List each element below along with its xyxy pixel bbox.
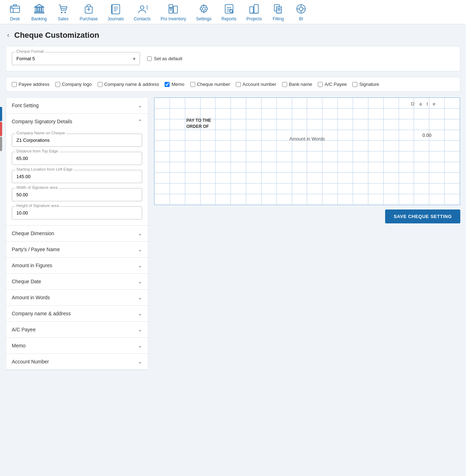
- sig-width-field-group: Width of Signature area: [12, 188, 142, 201]
- svg-rect-9: [35, 12, 44, 13]
- nav-item-settings[interactable]: Settings: [191, 0, 216, 24]
- checkbox-payee-address[interactable]: Payee address: [12, 82, 50, 87]
- contacts-icon: [136, 2, 149, 15]
- accordion-memo-header[interactable]: Memo ⌄: [6, 338, 148, 353]
- save-cheque-button[interactable]: SAVE CHEQUE SETTING: [385, 209, 460, 223]
- accordion-ac-payee: A/C Payee ⌄: [6, 322, 148, 338]
- nav-label-projects: Projects: [247, 16, 262, 21]
- accordion-amount-figures-header[interactable]: Amount in Figures ⌄: [6, 258, 148, 273]
- nav-item-sales[interactable]: Sales: [52, 0, 74, 24]
- svg-rect-25: [174, 6, 177, 13]
- banking-icon: [33, 2, 46, 15]
- svg-rect-5: [35, 7, 37, 12]
- company-name-address-label: Company name & address: [12, 311, 71, 316]
- accordion-company-name-address: Company name & address ⌄: [6, 306, 148, 322]
- memo-label: Memo: [12, 343, 26, 348]
- main-content: ‹ Cheque Customization Cheque Format For…: [0, 24, 466, 476]
- chevron-down-icon: ⌄: [138, 359, 142, 364]
- nav-item-journals[interactable]: Journals: [103, 0, 129, 24]
- two-col-layout: Font Setting ⌄ Company Signatory Details…: [6, 97, 460, 370]
- nav-item-banking[interactable]: Banking: [26, 0, 52, 24]
- company-name-input[interactable]: [12, 134, 142, 147]
- ac-payee-label: A/C Payee: [12, 327, 36, 332]
- set-default-checkbox[interactable]: [147, 56, 152, 61]
- checkboxes-row: Payee address Company logo Company name …: [6, 77, 460, 92]
- payee-address-checkbox[interactable]: [12, 82, 17, 87]
- top-edge-field-group: Distance from Top Edge: [12, 152, 142, 165]
- nav-item-bi[interactable]: BI: [290, 0, 312, 24]
- accordion-ac-payee-header[interactable]: A/C Payee ⌄: [6, 322, 148, 337]
- format-row: Cheque Format Format 1 Format 2 Format 3…: [12, 52, 454, 65]
- company-name-label: Company Name on Cheque: [15, 131, 66, 135]
- chevron-up-icon: ⌃: [138, 119, 142, 124]
- nav-item-filling[interactable]: Filling: [267, 0, 290, 24]
- accordion-memo: Memo ⌄: [6, 338, 148, 354]
- sig-width-input[interactable]: [12, 188, 142, 201]
- accordion-amount-words-header[interactable]: Amount in Words ⌄: [6, 290, 148, 305]
- checkbox-signature[interactable]: Signature: [352, 82, 379, 87]
- checkbox-ac-payee[interactable]: A/C Payee: [318, 82, 347, 87]
- svg-rect-15: [112, 5, 120, 14]
- signature-checkbox[interactable]: [352, 82, 357, 87]
- chevron-down-icon: ⌄: [138, 327, 142, 332]
- nav-item-inventory[interactable]: Pro Inventory: [156, 0, 191, 24]
- filling-icon: [272, 2, 285, 15]
- account-number-checkbox[interactable]: [236, 82, 241, 87]
- company-logo-checkbox[interactable]: [55, 82, 60, 87]
- nav-item-desk[interactable]: Desk: [4, 0, 26, 24]
- cheque-preview: D a t e PAY TO THEORDER OF Amount in Wor…: [154, 97, 460, 205]
- svg-rect-8: [42, 7, 43, 12]
- svg-rect-24: [169, 8, 173, 13]
- left-panel-scroll[interactable]: Font Setting ⌄ Company Signatory Details…: [6, 98, 148, 370]
- cheque-date-label: Cheque Date: [12, 279, 41, 284]
- svg-point-44: [299, 7, 303, 11]
- accordion-company-name-address-header[interactable]: Company name & address ⌄: [6, 306, 148, 321]
- format-select-wrap: Cheque Format Format 1 Format 2 Format 3…: [12, 52, 140, 65]
- account-number-label: Account Number: [12, 359, 49, 364]
- accordion-company-signatory-content: Company Name on Cheque Distance from Top…: [6, 129, 148, 225]
- checkbox-account-number[interactable]: Account number: [236, 82, 276, 87]
- accordion-cheque-date-header[interactable]: Cheque Date ⌄: [6, 274, 148, 289]
- company-name-address-checkbox[interactable]: [98, 82, 103, 87]
- accordion-company-signatory-header[interactable]: Company Signatory Details ⌃: [6, 114, 148, 129]
- accordion-company-signatory: Company Signatory Details ⌃ Company Name…: [6, 114, 148, 226]
- left-edge-input[interactable]: [12, 170, 142, 183]
- accordion-font-setting-header[interactable]: Font Setting ⌄: [6, 98, 148, 113]
- chevron-down-icon: ⌄: [138, 231, 142, 236]
- checkbox-cheque-number[interactable]: Cheque number: [190, 82, 230, 87]
- left-panel: Font Setting ⌄ Company Signatory Details…: [6, 97, 148, 370]
- side-bar-red: [0, 122, 2, 136]
- checkbox-memo[interactable]: Memo: [165, 82, 184, 87]
- sig-height-input[interactable]: [12, 206, 142, 219]
- page-title: Cheque Customization: [14, 31, 99, 40]
- desk-icon: [9, 2, 21, 15]
- cheque-number-checkbox[interactable]: [190, 82, 195, 87]
- side-bars: [0, 107, 2, 151]
- back-button[interactable]: ‹: [6, 30, 11, 40]
- accordion-cheque-dimension-header[interactable]: Cheque Dimension ⌄: [6, 226, 148, 241]
- bank-name-checkbox[interactable]: [282, 82, 287, 87]
- checkbox-company-logo[interactable]: Company logo: [55, 82, 92, 87]
- accordion-amount-words: Amount in Words ⌄: [6, 290, 148, 306]
- memo-checkbox[interactable]: [165, 82, 170, 87]
- accordion-account-number-header[interactable]: Account Number ⌄: [6, 354, 148, 369]
- format-select[interactable]: Format 1 Format 2 Format 3 Format 4 Form…: [12, 52, 140, 65]
- nav-item-purchase[interactable]: Purchase: [74, 0, 103, 24]
- accordion-payee-name-header[interactable]: Party's / Payee Name ⌄: [6, 242, 148, 257]
- chevron-down-icon: ⌄: [138, 247, 142, 252]
- settings-icon: [197, 2, 210, 15]
- accordion-cheque-date: Cheque Date ⌄: [6, 274, 148, 290]
- top-edge-input[interactable]: [12, 152, 142, 165]
- chevron-down-icon: ⌄: [138, 103, 142, 108]
- company-signatory-label: Company Signatory Details: [12, 119, 72, 124]
- ac-payee-checkbox[interactable]: [318, 82, 323, 87]
- checkbox-bank-name[interactable]: Bank name: [282, 82, 312, 87]
- chevron-down-icon: ⌄: [138, 311, 142, 316]
- side-bar-gray: [0, 137, 2, 151]
- svg-marker-4: [35, 4, 44, 7]
- nav-item-projects[interactable]: Projects: [242, 0, 267, 24]
- nav-item-contacts[interactable]: Contacts: [129, 0, 155, 24]
- nav-item-reports[interactable]: Reports: [217, 0, 242, 24]
- checkbox-company-name-address[interactable]: Company name & address: [98, 82, 159, 87]
- set-default-label[interactable]: Set as default: [147, 56, 182, 61]
